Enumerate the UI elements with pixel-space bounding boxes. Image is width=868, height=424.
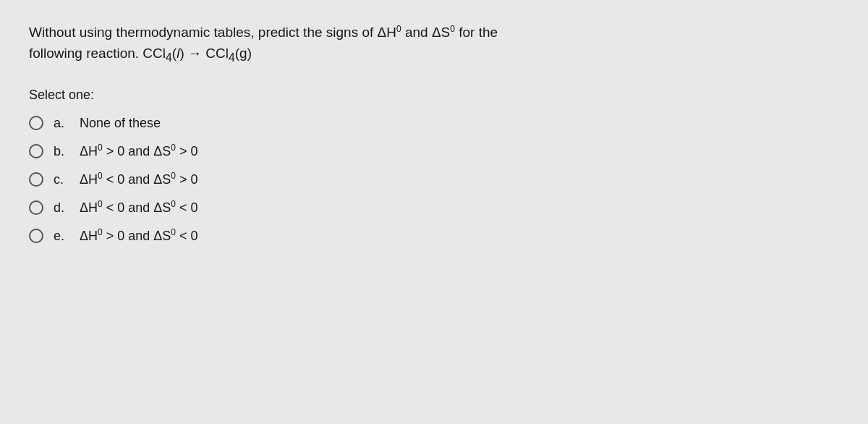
question-container: Without using thermodynamic tables, pred… — [29, 22, 622, 244]
option-c-text: ΔH0 < 0 and ΔS0 > 0 — [80, 172, 198, 187]
option-d-text: ΔH0 < 0 and ΔS0 < 0 — [80, 200, 198, 216]
option-e-letter: e. — [54, 229, 69, 244]
option-b-letter: b. — [54, 144, 69, 159]
radio-a[interactable] — [29, 116, 43, 130]
option-d-letter: d. — [54, 200, 69, 216]
select-one-label: Select one: — [29, 88, 622, 103]
question-text: Without using thermodynamic tables, pred… — [29, 22, 622, 67]
option-a-letter: a. — [54, 116, 69, 131]
option-c-letter: c. — [54, 172, 69, 187]
option-a[interactable]: a. None of these — [29, 116, 622, 131]
option-e[interactable]: e. ΔH0 > 0 and ΔS0 < 0 — [29, 229, 622, 244]
option-d[interactable]: d. ΔH0 < 0 and ΔS0 < 0 — [29, 200, 622, 216]
radio-e[interactable] — [29, 229, 43, 243]
options-list: a. None of these b. ΔH0 > 0 and ΔS0 > 0 … — [29, 116, 622, 244]
option-a-text: None of these — [80, 116, 161, 131]
radio-d[interactable] — [29, 200, 43, 215]
question-line2: following reaction. CCl4(l) → CCl4(g) — [29, 46, 252, 61]
option-b[interactable]: b. ΔH0 > 0 and ΔS0 > 0 — [29, 144, 622, 159]
option-c[interactable]: c. ΔH0 < 0 and ΔS0 > 0 — [29, 172, 622, 187]
radio-b[interactable] — [29, 144, 43, 158]
question-line1: Without using thermodynamic tables, pred… — [29, 25, 498, 40]
option-b-text: ΔH0 > 0 and ΔS0 > 0 — [80, 144, 198, 159]
radio-c[interactable] — [29, 172, 43, 187]
option-e-text: ΔH0 > 0 and ΔS0 < 0 — [80, 229, 198, 244]
